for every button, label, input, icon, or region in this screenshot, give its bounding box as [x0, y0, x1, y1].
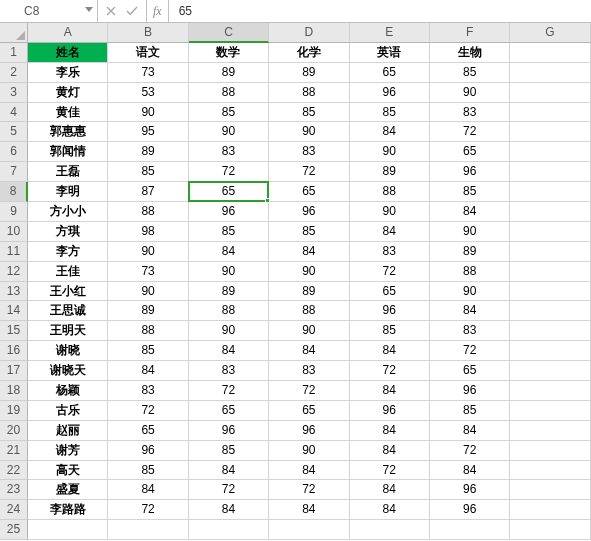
- cell-D24[interactable]: 84: [269, 500, 349, 520]
- cell-G11[interactable]: [510, 242, 590, 262]
- column-header-A[interactable]: A: [28, 23, 108, 43]
- cell-C1[interactable]: 数学: [189, 43, 269, 63]
- cell-E10[interactable]: 84: [350, 222, 430, 242]
- cell-C11[interactable]: 84: [189, 242, 269, 262]
- cell-E20[interactable]: 84: [350, 421, 430, 441]
- cell-G21[interactable]: [510, 441, 590, 461]
- cell-B1[interactable]: 语文: [108, 43, 188, 63]
- cell-G3[interactable]: [510, 83, 590, 103]
- cell-G13[interactable]: [510, 282, 590, 302]
- cell-G25[interactable]: [510, 520, 590, 540]
- row-header-7[interactable]: 7: [0, 162, 28, 182]
- cell-B22[interactable]: 85: [108, 461, 188, 481]
- accept-icon[interactable]: [126, 6, 138, 16]
- fx-label[interactable]: fx: [147, 0, 169, 22]
- row-header-23[interactable]: 23: [0, 480, 28, 500]
- row-header-17[interactable]: 17: [0, 361, 28, 381]
- cell-D21[interactable]: 90: [269, 441, 349, 461]
- cell-F25[interactable]: [430, 520, 510, 540]
- cell-A10[interactable]: 方琪: [28, 222, 108, 242]
- row-header-3[interactable]: 3: [0, 83, 28, 103]
- row-header-5[interactable]: 5: [0, 122, 28, 142]
- cell-A12[interactable]: 王佳: [28, 262, 108, 282]
- cell-C10[interactable]: 85: [189, 222, 269, 242]
- cell-E19[interactable]: 96: [350, 401, 430, 421]
- cell-B9[interactable]: 88: [108, 202, 188, 222]
- cell-G20[interactable]: [510, 421, 590, 441]
- cell-E4[interactable]: 85: [350, 103, 430, 123]
- row-header-21[interactable]: 21: [0, 441, 28, 461]
- cell-C24[interactable]: 84: [189, 500, 269, 520]
- cell-G23[interactable]: [510, 480, 590, 500]
- cell-D7[interactable]: 72: [269, 162, 349, 182]
- cell-F7[interactable]: 96: [430, 162, 510, 182]
- cell-E24[interactable]: 84: [350, 500, 430, 520]
- cell-D15[interactable]: 90: [269, 321, 349, 341]
- cell-B21[interactable]: 96: [108, 441, 188, 461]
- cell-C19[interactable]: 65: [189, 401, 269, 421]
- cell-B14[interactable]: 89: [108, 301, 188, 321]
- row-header-13[interactable]: 13: [0, 282, 28, 302]
- cell-E18[interactable]: 84: [350, 381, 430, 401]
- cell-F19[interactable]: 85: [430, 401, 510, 421]
- cell-C17[interactable]: 83: [189, 361, 269, 381]
- cell-B23[interactable]: 84: [108, 480, 188, 500]
- cell-F20[interactable]: 84: [430, 421, 510, 441]
- cell-A14[interactable]: 王思诚: [28, 301, 108, 321]
- cell-G1[interactable]: [510, 43, 590, 63]
- cell-G15[interactable]: [510, 321, 590, 341]
- cell-G2[interactable]: [510, 63, 590, 83]
- cell-E3[interactable]: 96: [350, 83, 430, 103]
- cell-D3[interactable]: 88: [269, 83, 349, 103]
- cell-F23[interactable]: 96: [430, 480, 510, 500]
- cell-A21[interactable]: 谢芳: [28, 441, 108, 461]
- cell-A4[interactable]: 黄佳: [28, 103, 108, 123]
- cell-B2[interactable]: 73: [108, 63, 188, 83]
- cell-D23[interactable]: 72: [269, 480, 349, 500]
- cell-D12[interactable]: 90: [269, 262, 349, 282]
- cell-E8[interactable]: 88: [350, 182, 430, 202]
- cell-C8[interactable]: 65: [189, 182, 269, 202]
- name-box[interactable]: C8: [0, 0, 98, 22]
- cell-A25[interactable]: [28, 520, 108, 540]
- cell-D1[interactable]: 化学: [269, 43, 349, 63]
- cell-C4[interactable]: 85: [189, 103, 269, 123]
- row-header-19[interactable]: 19: [0, 401, 28, 421]
- cell-A13[interactable]: 王小红: [28, 282, 108, 302]
- cell-G18[interactable]: [510, 381, 590, 401]
- cell-B24[interactable]: 72: [108, 500, 188, 520]
- cell-C12[interactable]: 90: [189, 262, 269, 282]
- cell-F4[interactable]: 83: [430, 103, 510, 123]
- row-header-22[interactable]: 22: [0, 461, 28, 481]
- cell-B3[interactable]: 53: [108, 83, 188, 103]
- cell-B7[interactable]: 85: [108, 162, 188, 182]
- row-header-11[interactable]: 11: [0, 242, 28, 262]
- cell-A9[interactable]: 方小小: [28, 202, 108, 222]
- cell-G16[interactable]: [510, 341, 590, 361]
- cell-A20[interactable]: 赵丽: [28, 421, 108, 441]
- cell-B11[interactable]: 90: [108, 242, 188, 262]
- cell-F8[interactable]: 85: [430, 182, 510, 202]
- cell-B15[interactable]: 88: [108, 321, 188, 341]
- cell-B8[interactable]: 87: [108, 182, 188, 202]
- cell-B13[interactable]: 90: [108, 282, 188, 302]
- column-header-C[interactable]: C: [189, 23, 269, 43]
- cell-C3[interactable]: 88: [189, 83, 269, 103]
- cell-G12[interactable]: [510, 262, 590, 282]
- cell-G22[interactable]: [510, 461, 590, 481]
- cell-A8[interactable]: 李明: [28, 182, 108, 202]
- cell-A17[interactable]: 谢晓天: [28, 361, 108, 381]
- cell-B12[interactable]: 73: [108, 262, 188, 282]
- row-header-1[interactable]: 1: [0, 43, 28, 63]
- cell-G24[interactable]: [510, 500, 590, 520]
- cell-D8[interactable]: 65: [269, 182, 349, 202]
- cell-D5[interactable]: 90: [269, 122, 349, 142]
- cell-B18[interactable]: 83: [108, 381, 188, 401]
- cell-G14[interactable]: [510, 301, 590, 321]
- cell-G17[interactable]: [510, 361, 590, 381]
- cell-A24[interactable]: 李路路: [28, 500, 108, 520]
- row-header-2[interactable]: 2: [0, 63, 28, 83]
- cell-F15[interactable]: 83: [430, 321, 510, 341]
- cell-F13[interactable]: 90: [430, 282, 510, 302]
- cell-D2[interactable]: 89: [269, 63, 349, 83]
